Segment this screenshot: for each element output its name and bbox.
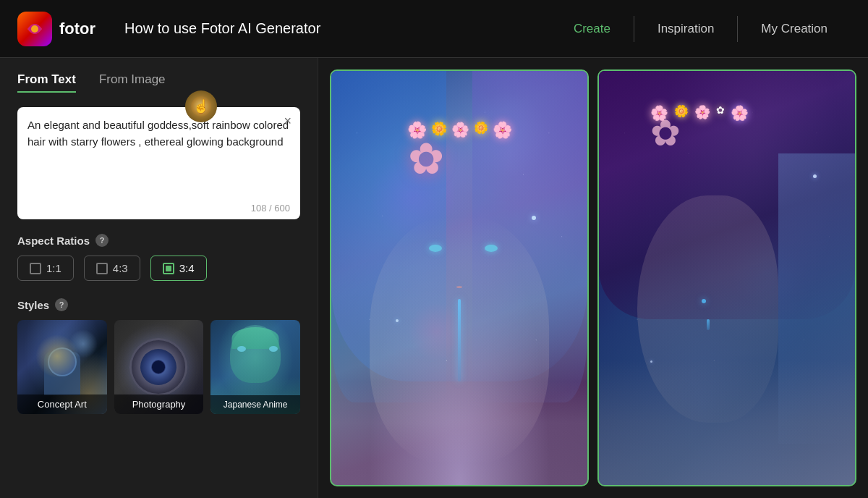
dress-area: [331, 381, 587, 485]
left-panel: From Text From Image ☝ × An elegant and …: [0, 58, 318, 498]
gallery-col-1: 🌸 🌼 🌸 🌼 🌸: [330, 69, 589, 486]
styles-section-title: Styles ?: [17, 298, 300, 311]
fotor-logo-icon: [17, 12, 52, 46]
header: fotor How to use Fotor AI Generator Crea…: [0, 0, 868, 58]
nav-create[interactable]: Create: [550, 16, 634, 42]
ratio-3-4-checkbox: [163, 263, 174, 274]
ratio-1-1-checkbox: [30, 263, 41, 274]
logo-text: fotor: [59, 20, 95, 38]
nav-inspiration[interactable]: Inspiration: [634, 16, 738, 42]
ratio-3-4-label: 3:4: [179, 262, 195, 274]
prompt-textarea[interactable]: An elegant and beautiful goddess,soft ra…: [27, 117, 290, 197]
prompt-counter: 108 / 600: [27, 203, 290, 214]
styles-label: Styles: [17, 299, 49, 311]
gallery-image-1: 🌸 🌼 🌸 🌼 🌸: [330, 69, 589, 486]
main-nav: Create Inspiration My Creation: [550, 16, 851, 42]
aspect-ratios-help-icon[interactable]: ?: [95, 234, 109, 247]
ratio-3-4-button[interactable]: 3:4: [150, 256, 207, 281]
page-title: How to use Fotor AI Generator: [124, 20, 550, 37]
style-card-japanese-anime[interactable]: Japanese Anime: [210, 320, 300, 414]
aspect-ratios-label: Aspect Ratios: [17, 235, 90, 247]
gallery-panel: 🌸 🌼 🌸 🌼 🌸: [318, 58, 868, 498]
gallery-image-2: 🌸 🌼 🌸 ✿ 🌸: [597, 69, 856, 486]
nav-my-creation[interactable]: My Creation: [738, 16, 851, 42]
prompt-close-button[interactable]: ×: [284, 114, 292, 127]
style-concept-art-label: Concept Art: [17, 394, 107, 414]
ratio-options: 1:1 4:3 3:4: [17, 256, 300, 281]
svg-point-1: [31, 25, 38, 33]
style-photography-label: Photography: [114, 394, 204, 414]
main-content: From Text From Image ☝ × An elegant and …: [0, 58, 868, 498]
ratio-4-3-button[interactable]: 4:3: [84, 256, 140, 281]
aspect-ratios-section-title: Aspect Ratios ?: [17, 234, 300, 247]
gallery-col-2: 🌸 🌼 🌸 ✿ 🌸: [597, 69, 856, 486]
logo-area: fotor: [17, 12, 95, 46]
style-card-photography[interactable]: Photography: [114, 320, 204, 414]
styles-help-icon[interactable]: ?: [55, 298, 68, 311]
styles-grid: Concept Art Photography: [17, 320, 300, 414]
style-anime-label: Japanese Anime: [210, 395, 300, 414]
tab-from-text[interactable]: From Text: [17, 72, 76, 93]
ratio-1-1-button[interactable]: 1:1: [17, 256, 74, 281]
tab-from-image[interactable]: From Image: [99, 72, 166, 93]
jewelry-chain: [458, 299, 461, 381]
style-card-concept-art[interactable]: Concept Art: [17, 320, 107, 414]
prompt-box: × An elegant and beautiful goddess,soft …: [17, 107, 300, 219]
ratio-4-3-checkbox: [96, 263, 108, 274]
ratio-1-1-label: 1:1: [46, 262, 61, 274]
ratio-4-3-label: 4:3: [113, 262, 128, 274]
tabs-bar: From Text From Image: [17, 72, 300, 93]
